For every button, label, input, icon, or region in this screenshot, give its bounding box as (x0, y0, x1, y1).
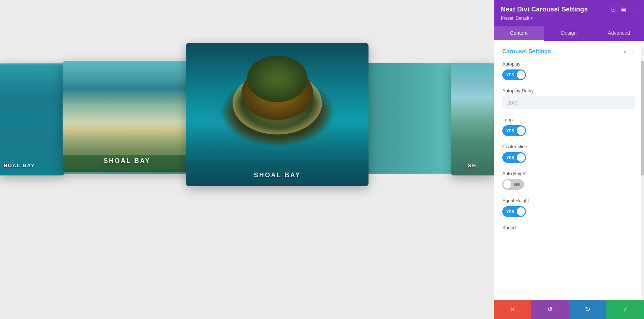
autoplay-delay-row: Autoplay Delay 2000 (502, 88, 635, 109)
tab-advanced[interactable]: Advanced (594, 26, 644, 41)
beach-left-image (63, 61, 191, 172)
tab-content[interactable]: Content (494, 26, 544, 41)
slide-left-main[interactable]: SHOAL BAY (63, 61, 191, 172)
speed-row: Speed (502, 225, 635, 230)
wireframe-icon[interactable]: ▣ (621, 7, 626, 13)
slide-center-main[interactable]: SHOAL BAY (186, 43, 369, 186)
carousel-settings-section: Carousel Settings ∧ ⋮ Autoplay YES Autop… (494, 41, 644, 230)
section-header-icons: ∧ ⋮ (623, 49, 635, 54)
loop-label: Loop (502, 117, 635, 122)
slide-left-label: SHOAL BAY (63, 157, 191, 165)
redo-button[interactable]: ↻ (569, 300, 606, 319)
section-more-icon[interactable]: ⋮ (630, 49, 635, 54)
panel-body: Carousel Settings ∧ ⋮ Autoplay YES Autop… (494, 41, 644, 319)
auto-height-label: Auto Height (502, 171, 635, 176)
undo-icon: ↺ (547, 305, 553, 313)
autoplay-yes-label: YES (503, 71, 517, 79)
center-slide-label: Center slide (502, 144, 635, 149)
section-header: Carousel Settings ∧ ⋮ (502, 48, 635, 55)
equal-height-yes-label: YES (503, 207, 517, 216)
speed-label: Speed (502, 225, 635, 230)
more-options-icon[interactable]: ⋮ (631, 7, 637, 13)
loop-row: Loop YES (502, 117, 635, 136)
equal-height-label: Equal Height (502, 198, 635, 203)
loop-knob (517, 126, 525, 135)
panel-header-top: Next Divi Carousel Settings ⊡ ▣ ⋮ (501, 6, 637, 13)
auto-height-toggle[interactable]: NO (502, 179, 524, 190)
canvas-area: HOAL BAY SHOAL BAY SHOAL BAY SH (0, 0, 494, 319)
responsive-icon[interactable]: ⊡ (611, 7, 616, 13)
panel-toolbar: ✕ ↺ ↻ ✓ (494, 300, 644, 319)
island-trees (247, 55, 308, 102)
center-slide-knob (517, 153, 525, 162)
partial-left-image (0, 64, 64, 175)
save-button[interactable]: ✓ (606, 300, 644, 319)
panel-header-icons: ⊡ ▣ ⋮ (611, 7, 637, 13)
autoplay-toggle[interactable]: YES (502, 69, 526, 80)
panel-header: Next Divi Carousel Settings ⊡ ▣ ⋮ Preset… (494, 0, 644, 26)
autoplay-knob (517, 71, 525, 79)
beach-right-image (451, 64, 494, 175)
center-slide-row: Center slide YES (502, 144, 635, 163)
cancel-button[interactable]: ✕ (494, 300, 531, 319)
settings-panel: Next Divi Carousel Settings ⊡ ▣ ⋮ Preset… (494, 0, 644, 319)
section-title: Carousel Settings (502, 48, 551, 55)
loop-toggle[interactable]: YES (502, 125, 526, 136)
auto-height-row: Auto Height NO (502, 171, 635, 190)
autoplay-label: Autoplay (502, 61, 635, 67)
panel-tabs: Content Design Advanced (494, 26, 644, 41)
cancel-icon: ✕ (510, 305, 515, 313)
panel-title: Next Divi Carousel Settings (501, 6, 588, 13)
slide-right-partial[interactable]: SH (451, 64, 494, 175)
autoplay-delay-label: Autoplay Delay (502, 88, 635, 93)
panel-scrollbar-thumb[interactable] (641, 61, 644, 175)
preset-label: Preset: Default (501, 16, 529, 21)
beach-palms-overlay (63, 127, 191, 172)
collapse-icon[interactable]: ∧ (623, 49, 627, 54)
autoplay-delay-input[interactable]: 2000 (502, 96, 635, 109)
auto-height-knob (503, 180, 511, 189)
undo-button[interactable]: ↺ (531, 300, 569, 319)
equal-height-row: Equal Height YES (502, 198, 635, 217)
carousel-wrapper: HOAL BAY SHOAL BAY SHOAL BAY SH (0, 0, 494, 319)
panel-preset[interactable]: Preset: Default ▾ (501, 16, 533, 21)
partial-left-label: HOAL BAY (4, 163, 64, 168)
slide-left-partial[interactable]: HOAL BAY (0, 64, 64, 175)
loop-yes-label: YES (503, 126, 517, 135)
equal-height-toggle[interactable]: YES (502, 206, 526, 217)
preset-arrow: ▾ (531, 16, 533, 21)
center-slide-yes-label: YES (503, 153, 517, 162)
auto-height-no-label: NO (511, 180, 523, 189)
autoplay-row: Autoplay YES (502, 61, 635, 80)
island-center-image (186, 43, 369, 186)
slide-center-label: SHOAL BAY (186, 171, 369, 179)
center-slide-toggle[interactable]: YES (502, 152, 526, 163)
slide-right-label: SH (451, 163, 494, 168)
equal-height-knob (517, 207, 525, 216)
tab-design[interactable]: Design (544, 26, 594, 41)
panel-scrollbar (641, 47, 644, 300)
redo-icon: ↻ (585, 305, 590, 313)
save-icon: ✓ (623, 305, 628, 313)
